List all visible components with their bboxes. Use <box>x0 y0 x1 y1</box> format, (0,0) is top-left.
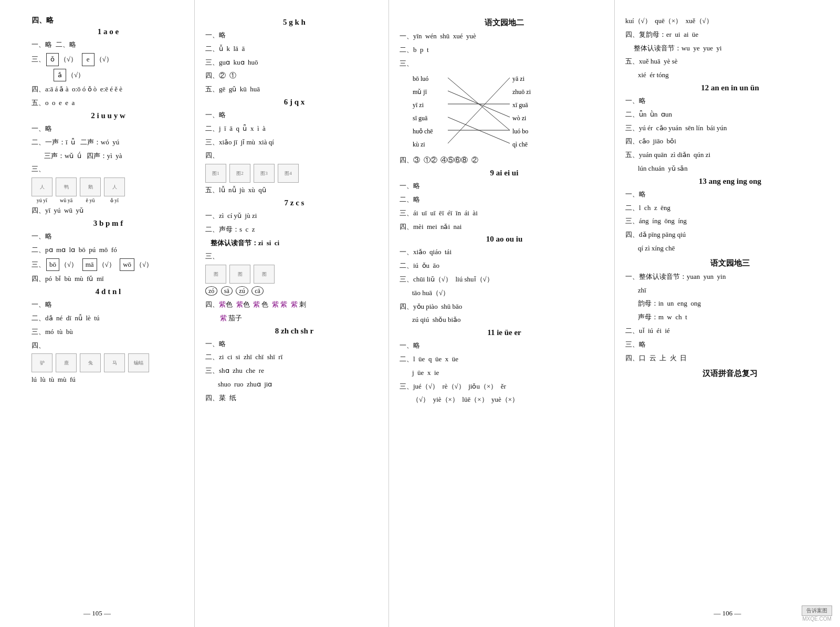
s13-line5: qí zì xíng chē <box>638 243 835 254</box>
fig3: 鹅 ě yū <box>80 177 101 203</box>
yuandi2-title: 语文园地二 <box>400 18 609 28</box>
s2-line3: 三声：wǔ ǘ 四声：yì yà <box>44 151 185 162</box>
s5-line5: 五、gē gǔ kū huā <box>205 84 383 95</box>
column-3: 语文园地二 一、yīn wén shū xué yuè 二、b p t 三、 b… <box>388 0 614 627</box>
yd3-line3: 韵母：in un eng ong <box>638 298 835 309</box>
s11-line3: j üe x ie <box>412 368 609 379</box>
s8-line1: 一、略 <box>205 339 383 350</box>
yd2-line2: 二、b p t <box>400 45 609 56</box>
s2-line2: 二、一声：ī ǖ 二声：wó yú <box>32 137 185 148</box>
box-bo: bō <box>46 258 59 271</box>
section-4-title: 4 d t n l <box>32 287 185 296</box>
s3-line1: 一、略 <box>32 231 185 242</box>
box-wo: wō <box>120 258 134 271</box>
section-10-title: 10 ao ou iu <box>400 235 609 244</box>
column-2: 5 g k h 一、略 二、ǚ k lā ā 三、guɑ kuɑ huō 四、②… <box>194 0 388 627</box>
s4fig5: 蝙蝠 <box>128 353 149 372</box>
s9-line1: 一、略 <box>400 181 609 192</box>
c4-line4: xié ér tóng <box>638 70 835 81</box>
s7fig3: 图 <box>254 265 275 284</box>
s6fig2-img: 图2 <box>229 164 250 183</box>
svg-text:wò zi: wò zi <box>512 114 527 122</box>
col1-main-title: 四、略 <box>32 16 185 25</box>
s5-line2: 二、ǚ k lā ā <box>205 44 383 55</box>
svg-text:luó bo: luó bo <box>512 128 528 135</box>
fig2: 鸭 wū yā <box>56 177 77 203</box>
c4-line2: 整体认读音节：wu ye yue yi <box>634 43 835 54</box>
fig4-img: 人 <box>104 177 125 196</box>
s6-line5: 五、lǚ nǚ jù xù qǔ <box>205 185 383 196</box>
s12-line2: 二、ǖn ǜn ɑun <box>625 109 835 120</box>
cross-lines-svg: bō luó mǔ jī yī zi sī guā huǒ chē kù zi … <box>410 71 557 153</box>
yd3-line7: 四、口 云 上 火 日 <box>625 353 835 364</box>
s6fig1: 图1 <box>205 164 226 183</box>
s4-line3: 三、mó tù bù <box>32 327 185 338</box>
fig2-label: wū yā <box>60 197 72 203</box>
svg-text:bō luó: bō luó <box>413 75 428 82</box>
yd3-line2: zhī <box>638 285 835 296</box>
yd3-line6: 三、略 <box>625 339 835 350</box>
s4fig1-img: 驴 <box>32 353 52 372</box>
yuandi3-title: 语文园地三 <box>625 258 835 268</box>
s6fig4-img: 图4 <box>278 164 299 183</box>
s7fig2: 图 <box>229 265 250 284</box>
svg-text:xī guā: xī guā <box>512 101 528 109</box>
s1-line2: 三、ǒ（√） e（√） <box>32 53 185 66</box>
svg-text:mǔ jī: mǔ jī <box>413 88 427 96</box>
s6fig3: 图3 <box>254 164 275 183</box>
s1-line4: 四、a:ā á ǎ à o:ō ó ǒ ò e:ē é ě è <box>32 84 185 95</box>
fig1: 人 yú yī <box>32 177 52 203</box>
s4-figures: 驴 鹿 兔 马 蝙蝠 <box>32 353 185 372</box>
s12-line5: 五、yuán quān zì diǎn qún zi <box>625 150 835 161</box>
s7fig2-img: 图 <box>229 265 250 284</box>
s8-line4: shuo ruo zhuɑ jiɑ <box>218 379 383 390</box>
s4-line4: 四、 <box>32 340 185 351</box>
svg-text:yā zi: yā zi <box>512 75 525 82</box>
s7-figures: 图 图 图 <box>205 265 383 284</box>
s7fig3-img: 图 <box>254 265 275 284</box>
s8-line5: 四、菜 纸 <box>205 393 383 404</box>
box-ma: mā <box>82 258 97 271</box>
s6fig4: 图4 <box>278 164 299 183</box>
s10-line6: zú qiú shǒu biǎo <box>412 315 609 326</box>
svg-text:yī zi: yī zi <box>413 101 424 109</box>
section-12-title: 12 an en in un ün <box>625 83 835 92</box>
website-label: MXQE.COM <box>802 616 832 622</box>
section-9-title: 9 ai ei ui <box>400 169 609 177</box>
s3-line4: 四、pó bǐ bù mù fǔ mī <box>32 274 185 285</box>
s13-line2: 二、l ch z ēng <box>625 203 835 214</box>
s1-line5: 五、o o e e a <box>32 98 185 109</box>
s4fig1: 驴 <box>32 353 52 372</box>
s13-line1: 一、略 <box>625 189 835 200</box>
s4-line5: lú lù tù mù fú <box>32 374 185 385</box>
s11-line5: （√） yiè（×） lüē（×） yuè（×） <box>412 394 609 405</box>
s6-line1: 一、略 <box>205 110 383 121</box>
svg-text:zhuō zi: zhuō zi <box>512 88 531 96</box>
s6fig2: 图2 <box>229 164 250 183</box>
section-2-title: 2 i u u y w <box>32 111 185 120</box>
s6-figures: 图1 图2 图3 图4 <box>205 164 383 183</box>
s7-line4: 三、 <box>205 251 383 262</box>
section-8-title: 8 zh ch sh r <box>205 327 383 336</box>
fig1-img: 人 <box>32 177 52 196</box>
s2-figures: 人 yú yī 鸭 wū yā 鹅 ě yū 人 ǒ yī <box>32 177 185 203</box>
s2-line5: 四、yī yú wū yǔ <box>32 205 185 216</box>
s4fig2: 鹿 <box>56 353 77 372</box>
s9-line4: 四、mèi mei nǎi nai <box>400 222 609 233</box>
s5-line1: 一、略 <box>205 30 383 41</box>
section-7-title: 7 z c s <box>205 198 383 207</box>
yd2-line3: 三、 <box>400 58 609 69</box>
s7-line3: 整体认读音节：zi si ci <box>205 238 383 249</box>
svg-text:sī guā: sī guā <box>413 114 428 122</box>
s2-line1: 一、略 <box>32 123 185 134</box>
s6-line4: 四、 <box>205 150 383 161</box>
fig4-label: ǒ yī <box>110 197 119 203</box>
s9-line2: 二、略 <box>400 194 609 205</box>
s7-circles: zó sā zú cā <box>205 286 383 297</box>
yd3-line1: 一、整体认读音节：yuan yun yin <box>625 271 835 283</box>
s13-line4: 四、dǎ pīng pāng qiú <box>625 229 835 241</box>
fig2-img: 鸭 <box>56 177 77 196</box>
s4fig5-img: 蝙蝠 <box>128 353 149 372</box>
s5-line3: 三、guɑ kuɑ huō <box>205 57 383 68</box>
svg-text:kù zi: kù zi <box>413 141 425 148</box>
